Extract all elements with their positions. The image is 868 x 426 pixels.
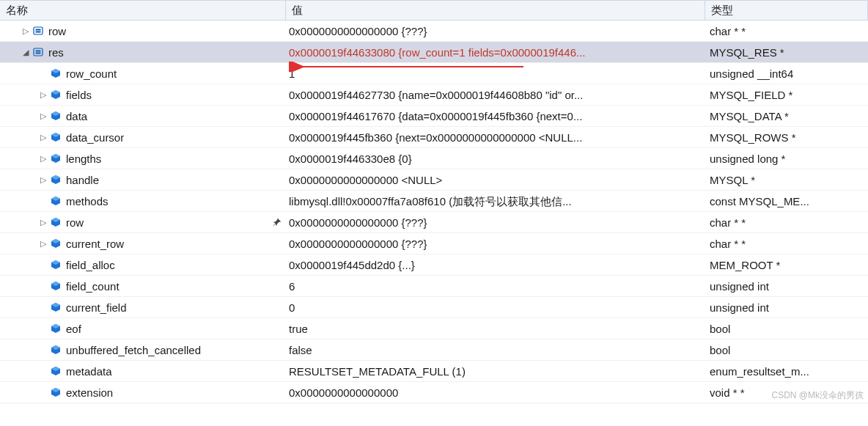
- value-cell[interactable]: 0x0000000000000000 <NULL>: [286, 169, 705, 190]
- type-cell: MYSQL_FIELD *: [705, 84, 868, 105]
- table-row[interactable]: ▷data_cursor0x0000019f445fb360 {next=0x0…: [0, 127, 868, 148]
- expand-icon[interactable]: ▷: [40, 233, 47, 254]
- variable-type: unsigned int: [710, 297, 769, 317]
- table-row[interactable]: ▷row0x0000000000000000 {???}char * *: [0, 212, 868, 233]
- table-row[interactable]: ▷unbuffered_fetch_cancelledfalsebool: [0, 339, 868, 361]
- variable-name: current_row: [66, 233, 124, 254]
- type-cell: char * *: [705, 21, 868, 41]
- value-cell[interactable]: 0x0000000000000000: [286, 382, 705, 403]
- table-row[interactable]: ▷eoftruebool: [0, 318, 868, 339]
- variable-value: 0x0000000000000000 {???}: [289, 233, 427, 254]
- table-row[interactable]: ▷metadataRESULTSET_METADATA_FULL (1)enum…: [0, 361, 868, 382]
- header-type[interactable]: 类型: [705, 1, 868, 20]
- value-cell[interactable]: 0x0000000000000000 {???}: [286, 21, 705, 41]
- table-row[interactable]: ▷field_count6unsigned int: [0, 276, 868, 297]
- svg-rect-4: [36, 51, 41, 52]
- header-value[interactable]: 值: [286, 1, 705, 20]
- value-cell[interactable]: 0x0000019f446330e8 {0}: [286, 148, 705, 169]
- struct-icon: [32, 46, 44, 58]
- expand-icon[interactable]: ▷: [40, 212, 47, 232]
- type-cell: char * *: [705, 233, 868, 254]
- variable-type: unsigned __int64: [710, 63, 793, 84]
- table-row[interactable]: ▷row_count1unsigned __int64: [0, 63, 868, 84]
- field-icon: [50, 280, 62, 292]
- value-cell[interactable]: 1: [286, 63, 705, 84]
- type-cell: unsigned int: [705, 297, 868, 317]
- expand-icon[interactable]: ▷: [40, 127, 47, 147]
- name-cell: ▷handle: [0, 169, 286, 190]
- variable-value: 0x0000019f446330e8 {0}: [289, 148, 412, 169]
- table-row[interactable]: ▷lengths0x0000019f446330e8 {0}unsigned l…: [0, 148, 868, 169]
- name-cell: ▷row: [0, 212, 286, 232]
- variable-type: MYSQL_FIELD *: [710, 84, 792, 105]
- field-icon: [50, 89, 62, 100]
- value-cell[interactable]: 0x0000019f445fb360 {next=0x0000000000000…: [286, 127, 705, 147]
- expand-icon[interactable]: ▷: [22, 21, 29, 41]
- table-row[interactable]: ▷methodslibmysql.dll!0x00007ffa7a08f610 …: [0, 191, 868, 212]
- variable-value: 6: [289, 276, 295, 296]
- header-name[interactable]: 名称: [0, 1, 286, 20]
- value-cell[interactable]: 0x0000000000000000 {???}: [286, 212, 705, 232]
- value-cell[interactable]: 0: [286, 297, 705, 317]
- variable-name: extension: [66, 382, 113, 403]
- field-icon: [50, 386, 62, 398]
- svg-rect-1: [36, 29, 41, 31]
- table-row[interactable]: ▷fields0x0000019f44627730 {name=0x000001…: [0, 84, 868, 106]
- field-icon: [50, 259, 62, 271]
- pin-icon[interactable]: [271, 216, 283, 228]
- table-row[interactable]: ▷data0x0000019f44617670 {data=0x0000019f…: [0, 106, 868, 127]
- value-cell[interactable]: false: [286, 339, 705, 360]
- variable-type: char * *: [710, 233, 746, 254]
- expand-icon[interactable]: ▷: [40, 84, 47, 105]
- table-row[interactable]: ▷extension0x0000000000000000void * *: [0, 382, 868, 403]
- name-cell: ▷data: [0, 106, 286, 126]
- variable-name: fields: [66, 84, 92, 105]
- field-icon: [50, 344, 62, 356]
- value-cell[interactable]: 0x0000019f445dd2d0 {...}: [286, 254, 705, 275]
- variable-name: unbuffered_fetch_cancelled: [66, 339, 201, 360]
- name-cell: ▷current_row: [0, 233, 286, 254]
- variable-value: true: [289, 318, 308, 339]
- value-cell[interactable]: true: [286, 318, 705, 339]
- variable-name: field_count: [66, 276, 119, 296]
- value-cell[interactable]: RESULTSET_METADATA_FULL (1): [286, 361, 705, 381]
- variable-name: row: [48, 21, 66, 41]
- value-cell[interactable]: libmysql.dll!0x00007ffa7a08f610 (加载符号以获取…: [286, 191, 705, 211]
- expand-icon[interactable]: ▷: [40, 106, 47, 126]
- struct-icon: [32, 25, 44, 37]
- value-cell[interactable]: 0x0000019f44627730 {name=0x0000019f44608…: [286, 84, 705, 105]
- svg-rect-0: [34, 27, 43, 34]
- type-cell: unsigned __int64: [705, 63, 868, 84]
- type-cell: MYSQL_ROWS *: [705, 127, 868, 147]
- table-row[interactable]: ▷current_field0unsigned int: [0, 297, 868, 318]
- name-cell: ◢res: [0, 42, 286, 62]
- table-row[interactable]: ▷current_row0x0000000000000000 {???}char…: [0, 233, 868, 254]
- type-cell: unsigned long *: [705, 148, 868, 169]
- value-cell[interactable]: 0x0000019f44633080 {row_count=1 fields=0…: [286, 42, 705, 62]
- field-icon: [50, 110, 62, 122]
- table-row[interactable]: ◢res0x0000019f44633080 {row_count=1 fiel…: [0, 42, 868, 63]
- name-cell: ▷methods: [0, 191, 286, 211]
- name-cell: ▷field_count: [0, 276, 286, 296]
- collapse-icon[interactable]: ◢: [22, 42, 29, 62]
- watch-grid: 名称 值 类型 ▷row0x0000000000000000 {???}char…: [0, 0, 868, 403]
- name-cell: ▷eof: [0, 318, 286, 339]
- header-row: 名称 值 类型: [0, 0, 868, 21]
- field-icon: [50, 323, 62, 334]
- type-cell: MYSQL *: [705, 169, 868, 190]
- expand-icon[interactable]: ▷: [40, 148, 47, 169]
- value-cell[interactable]: 0x0000000000000000 {???}: [286, 233, 705, 254]
- expand-icon[interactable]: ▷: [40, 169, 47, 190]
- value-cell[interactable]: 6: [286, 276, 705, 296]
- type-cell: unsigned int: [705, 276, 868, 296]
- variable-value: 0x0000000000000000 <NULL>: [289, 169, 442, 190]
- table-row[interactable]: ▷row0x0000000000000000 {???}char * *: [0, 21, 868, 42]
- variable-value: 1: [289, 63, 295, 84]
- value-cell[interactable]: 0x0000019f44617670 {data=0x0000019f445fb…: [286, 106, 705, 126]
- table-row[interactable]: ▷field_alloc0x0000019f445dd2d0 {...}MEM_…: [0, 254, 868, 276]
- name-cell: ▷fields: [0, 84, 286, 105]
- variable-value: 0x0000000000000000 {???}: [289, 212, 427, 232]
- watermark-text: CSDN @Mk没伞的男孩: [771, 389, 864, 402]
- variable-value: 0x0000019f44617670 {data=0x0000019f445fb…: [289, 106, 582, 126]
- table-row[interactable]: ▷handle0x0000000000000000 <NULL>MYSQL *: [0, 169, 868, 191]
